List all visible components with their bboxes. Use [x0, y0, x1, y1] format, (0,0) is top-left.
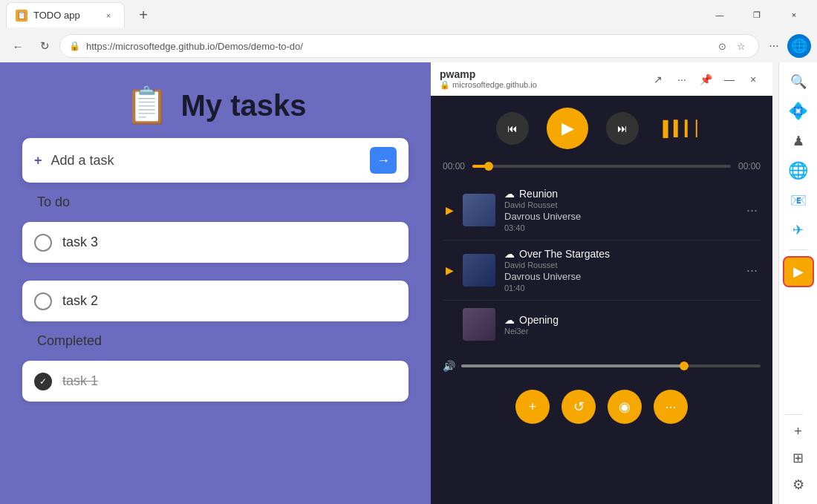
todo-header: 📋 My tasks: [125, 85, 307, 126]
popup-open-icon[interactable]: ↗: [648, 69, 668, 90]
track-artist-3: Nei3er: [504, 327, 758, 336]
browser-tab[interactable]: 📋 TODO app ×: [6, 2, 125, 27]
sidebar-layout-icon[interactable]: ⊞: [785, 445, 812, 471]
popup-close-icon[interactable]: ×: [743, 69, 764, 90]
music-popup: pwamp 🔒 microsoftedge.github.io ↗ ··· 📌 …: [431, 62, 772, 504]
sidebar-email-icon[interactable]: ✈: [785, 217, 812, 243]
cloud-icon-2: ☁: [504, 248, 515, 260]
plus-icon: +: [34, 153, 42, 168]
edge-browser-icon[interactable]: 🌐: [787, 34, 811, 58]
task-checkbox-task2[interactable]: [34, 292, 52, 310]
track-item-1[interactable]: ▶ ☁ Reunion David Rousset Davrous Un: [443, 180, 761, 240]
task-checkbox-task3[interactable]: [34, 234, 52, 252]
track-album-1: Davrous Universe: [504, 211, 735, 222]
add-task-row[interactable]: + Add a task →: [22, 138, 408, 183]
task-checkbox-task1[interactable]: ✓: [34, 373, 52, 390]
volume-row: 🔊: [443, 357, 761, 375]
settings-menu-icon[interactable]: ···: [762, 34, 786, 58]
add-task-button[interactable]: →: [370, 147, 397, 174]
maximize-button[interactable]: ❐: [740, 4, 774, 26]
window-controls: — ❐ ×: [703, 4, 811, 26]
volume-icon: 🔊: [443, 360, 455, 372]
bottom-controls: + ↺ ◉ ···: [443, 384, 761, 430]
player-controls: ⏮ ▶ ⏭ ▌▍▎▏: [443, 108, 761, 149]
popup-header-icons: ↗ ··· 📌 — ×: [648, 69, 764, 90]
popup-minimize-icon[interactable]: —: [719, 69, 740, 90]
close-button[interactable]: ×: [777, 4, 811, 26]
track-thumbnail-1: [463, 194, 495, 226]
time-end: 00:00: [738, 161, 761, 171]
track-thumb-image-3: [463, 308, 495, 341]
tab-title: TODO app: [33, 10, 80, 21]
refresh-button[interactable]: ↻: [33, 34, 56, 58]
task-item-task1[interactable]: ✓ task 1: [22, 361, 408, 402]
progress-bar[interactable]: [472, 165, 731, 168]
track-duration-1: 03:40: [504, 223, 735, 232]
track-item-3[interactable]: ▶ ☁ Opening Nei3er: [443, 301, 761, 348]
title-bar: 📋 TODO app × + — ❐ ×: [0, 0, 817, 30]
track-item-2[interactable]: ▶ ☁ Over The Stargates David Rousset: [443, 240, 761, 301]
more-options-button[interactable]: ···: [654, 390, 688, 424]
task-label-task1: task 1: [62, 373, 98, 389]
favorite-icon[interactable]: ☆: [733, 38, 749, 54]
track-title-3: ☁ Opening: [504, 314, 758, 326]
volume-dot: [680, 361, 689, 370]
url-text: https://microsoftedge.github.io/Demos/de…: [86, 41, 708, 52]
popup-header: pwamp 🔒 microsoftedge.github.io ↗ ··· 📌 …: [431, 62, 772, 96]
new-tab-button[interactable]: +: [131, 2, 156, 27]
sidebar-search-icon[interactable]: 🔍: [785, 68, 812, 95]
track-thumb-image-1: [463, 194, 495, 226]
sidebar-collections-icon[interactable]: 💠: [785, 98, 812, 125]
play-button[interactable]: ▶: [547, 108, 588, 149]
volume-fill: [461, 364, 686, 367]
track-album-2: Davrous Universe: [504, 271, 735, 282]
todo-app-title: My tasks: [181, 89, 307, 122]
volume-bar[interactable]: [461, 364, 761, 367]
sidebar-outlook-icon[interactable]: 📧: [785, 187, 812, 214]
tab-close-button[interactable]: ×: [102, 9, 115, 22]
sidebar-games-icon[interactable]: ♟: [785, 128, 812, 154]
todo-section-label: To do: [37, 194, 70, 210]
sidebar-add-icon[interactable]: +: [785, 418, 812, 445]
cloud-icon-1: ☁: [504, 188, 515, 200]
track-artist-1: David Rousset: [504, 200, 735, 209]
next-button[interactable]: ⏭: [606, 112, 639, 145]
track-info-2: ☁ Over The Stargates David Rousset Davro…: [504, 248, 735, 292]
music-content: ⏮ ▶ ⏭ ▌▍▎▏ 00:00 00:00: [431, 96, 772, 504]
tab-favicon: 📋: [16, 10, 27, 22]
progress-row: 00:00 00:00: [443, 161, 761, 171]
shuffle-button[interactable]: ↺: [562, 390, 596, 424]
waveform-icon[interactable]: ▌▍▎▏: [663, 120, 706, 137]
track-list: ▶ ☁ Reunion David Rousset Davrous Un: [443, 180, 761, 348]
track-thumb-image-2: [463, 254, 495, 287]
track-play-icon-1[interactable]: ▶: [446, 204, 454, 216]
address-bar[interactable]: 🔒 https://microsoftedge.github.io/Demos/…: [59, 34, 759, 58]
sidebar-play-button[interactable]: ▶: [783, 256, 814, 287]
back-button[interactable]: ←: [6, 34, 30, 58]
sidebar-copilot-icon[interactable]: 🌐: [785, 157, 812, 184]
minimize-button[interactable]: —: [703, 4, 737, 26]
prev-button[interactable]: ⏮: [496, 112, 529, 145]
track-play-icon-2[interactable]: ▶: [446, 264, 454, 276]
popup-menu-icon[interactable]: ···: [671, 69, 692, 90]
popup-url: 🔒 microsoftedge.github.io: [440, 80, 537, 90]
track-artist-2: David Rousset: [504, 261, 735, 269]
lock-icon: 🔒: [69, 41, 80, 51]
sidebar-panel: 🔍 💠 ♟ 🌐 📧 ✈ ▶ + ⊞ ⚙: [778, 62, 817, 504]
add-track-button[interactable]: +: [515, 390, 550, 424]
task-label-task3: task 3: [62, 235, 98, 250]
progress-dot: [484, 162, 493, 171]
sidebar-settings-icon[interactable]: ⚙: [785, 471, 812, 498]
track-more-icon-2[interactable]: ···: [746, 263, 758, 278]
sidebar-divider-2: [785, 414, 803, 415]
address-bar-row: ← ↻ 🔒 https://microsoftedge.github.io/De…: [0, 30, 817, 62]
task-item-task2[interactable]: task 2: [22, 281, 408, 321]
track-duration-2: 01:40: [504, 284, 735, 292]
track-info-1: ☁ Reunion David Rousset Davrous Universe…: [504, 188, 735, 232]
repeat-button[interactable]: ◉: [608, 390, 642, 424]
track-title-2: ☁ Over The Stargates: [504, 248, 735, 260]
reader-mode-icon[interactable]: ⊙: [714, 38, 730, 54]
task-item-task3[interactable]: task 3: [22, 222, 408, 263]
track-more-icon-1[interactable]: ···: [746, 203, 758, 218]
popup-pin-icon[interactable]: 📌: [695, 69, 716, 90]
